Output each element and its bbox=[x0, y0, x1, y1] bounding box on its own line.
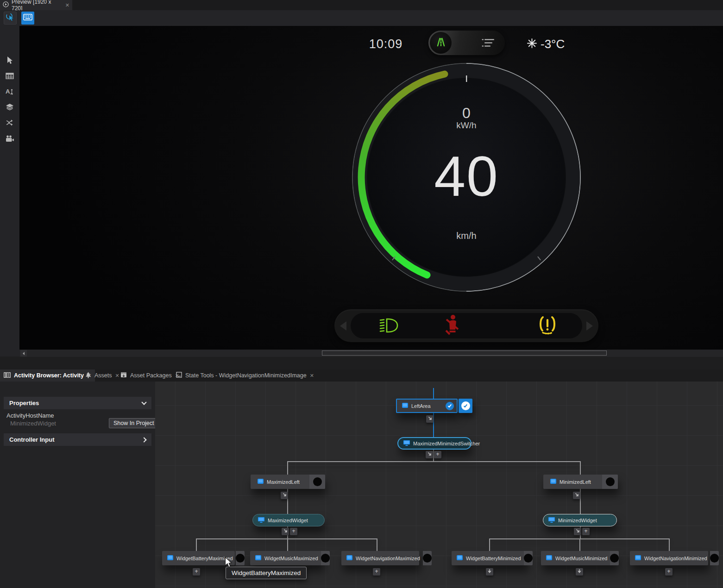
connections-icon[interactable] bbox=[5, 118, 14, 127]
state-toggle[interactable] bbox=[524, 551, 533, 565]
node-label: WidgetMusicMaximized bbox=[264, 556, 318, 561]
preview-viewport[interactable]: 10:09 -3°C bbox=[19, 26, 723, 350]
asset-package-icon bbox=[120, 372, 127, 379]
node-maximized-left[interactable]: MaximizedLeft bbox=[251, 475, 325, 489]
state-toggle[interactable] bbox=[423, 551, 432, 565]
close-icon[interactable]: ✕ bbox=[65, 2, 69, 8]
node-minimized-left[interactable]: MinimizedLeft bbox=[543, 475, 618, 489]
camera-icon[interactable] bbox=[5, 134, 14, 143]
temperature-readout: -3°C bbox=[527, 37, 565, 51]
monitor-icon bbox=[403, 440, 410, 447]
pointer-click-icon bbox=[6, 13, 15, 24]
assets-tree-icon bbox=[85, 372, 91, 380]
prev-arrow-icon[interactable] bbox=[340, 321, 346, 331]
collapse-button[interactable] bbox=[573, 492, 580, 499]
mouse-cursor bbox=[225, 557, 233, 570]
collapse-button[interactable] bbox=[426, 451, 433, 458]
widget-icon bbox=[255, 555, 262, 562]
state-toggle[interactable] bbox=[610, 551, 619, 565]
state-toggle[interactable] bbox=[321, 551, 330, 565]
tab-preview[interactable]: Preview [1920 x 720] ✕ bbox=[0, 0, 72, 10]
speed-unit: km/h bbox=[397, 231, 536, 241]
tab-label: Asset Packages bbox=[130, 372, 172, 379]
preview-hscrollbar[interactable] bbox=[19, 350, 723, 357]
state-indicator-dot bbox=[423, 554, 432, 563]
state-toggle[interactable] bbox=[710, 551, 719, 565]
svg-text:A: A bbox=[6, 88, 10, 95]
node-widget-navigation-minimized[interactable]: WidgetNavigationMinimized bbox=[630, 551, 708, 565]
grid-table-icon[interactable] bbox=[5, 71, 14, 81]
add-button[interactable]: + bbox=[373, 568, 380, 575]
node-maximized-minimized-switcher[interactable]: MaximizedMinimizedSwitcher bbox=[397, 437, 472, 450]
layers-icon[interactable] bbox=[5, 102, 14, 112]
node-label: LeftArea bbox=[411, 403, 431, 409]
close-icon[interactable]: ✕ bbox=[310, 373, 314, 379]
select-arrow-icon[interactable] bbox=[5, 56, 14, 65]
connector-line bbox=[287, 461, 581, 462]
collapse-button[interactable] bbox=[282, 528, 289, 535]
speed-value: 40 bbox=[397, 144, 536, 209]
checked-state-icon[interactable] bbox=[446, 402, 454, 410]
node-widget-music-minimized[interactable]: WidgetMusicMinimized bbox=[541, 551, 617, 565]
connector-line bbox=[287, 538, 288, 551]
headlight-beam-icon bbox=[379, 318, 400, 335]
controller-input-title: Controller Input bbox=[9, 436, 55, 443]
tab-activity-browser[interactable]: Activity Browser: Activity ✕ bbox=[0, 369, 95, 382]
show-in-project-button[interactable]: Show In Project bbox=[109, 418, 159, 428]
node-label: MaximizedLeft bbox=[267, 479, 300, 485]
check-circle-icon bbox=[461, 401, 470, 410]
add-button[interactable]: + bbox=[193, 568, 200, 575]
preview-toolbar bbox=[0, 10, 723, 26]
collapse-button[interactable] bbox=[281, 492, 288, 499]
move-down-button[interactable] bbox=[576, 568, 583, 575]
next-arrow-icon[interactable] bbox=[586, 321, 593, 331]
scroll-left-button[interactable] bbox=[20, 350, 27, 357]
connector-line bbox=[580, 461, 581, 475]
toggle-knob[interactable] bbox=[430, 32, 452, 54]
state-toggle[interactable] bbox=[309, 475, 325, 489]
state-tools-icon bbox=[176, 372, 182, 379]
tire-pressure-warning-icon bbox=[537, 315, 558, 338]
connector-line bbox=[433, 388, 434, 438]
widget-icon bbox=[167, 555, 174, 562]
left-area-apply-button[interactable] bbox=[459, 399, 472, 413]
connector-line bbox=[579, 538, 580, 551]
node-widget-battery-maximized[interactable]: WidgetBatteryMaximized bbox=[162, 551, 235, 565]
connector-line bbox=[377, 538, 377, 551]
add-button[interactable]: + bbox=[290, 528, 297, 535]
drive-mode-toggle[interactable] bbox=[428, 31, 505, 55]
gauge-top-tick bbox=[466, 75, 467, 82]
node-widget-navigation-maximized[interactable]: WidgetNavigationMaximized bbox=[341, 551, 419, 565]
state-toggle[interactable] bbox=[236, 551, 245, 565]
tab-state-tools[interactable]: State Tools - WidgetNavigationMinimizedI… bbox=[172, 369, 318, 382]
collapse-button[interactable] bbox=[426, 415, 434, 423]
connector-line bbox=[669, 538, 670, 551]
activity-node-graph[interactable]: LeftArea MaximizedMinimizedSwitcher + Ma… bbox=[155, 382, 723, 588]
text-style-icon[interactable]: A bbox=[5, 87, 14, 96]
add-button[interactable]: + bbox=[582, 528, 590, 535]
node-label: WidgetBatteryMinimized bbox=[466, 556, 521, 561]
collapse-button[interactable] bbox=[574, 528, 581, 535]
node-minimized-widget[interactable]: MinimizedWidget bbox=[543, 514, 617, 526]
add-button[interactable]: + bbox=[665, 568, 673, 575]
state-toggle[interactable] bbox=[602, 475, 618, 489]
state-indicator-dot bbox=[236, 554, 245, 563]
move-down-button[interactable] bbox=[486, 568, 493, 575]
power-unit: kW/h bbox=[397, 120, 536, 131]
widget-icon bbox=[402, 402, 409, 409]
scrollbar-thumb[interactable] bbox=[322, 350, 607, 356]
node-maximized-widget[interactable]: MaximizedWidget bbox=[252, 514, 325, 526]
activity-host-name-value: MinimizedWidget bbox=[10, 420, 56, 427]
keyboard-tool-button[interactable] bbox=[21, 12, 34, 25]
widget-icon bbox=[346, 555, 353, 562]
properties-header[interactable]: Properties bbox=[4, 397, 151, 409]
tab-label: Activity Browser: Activity bbox=[14, 372, 84, 379]
node-left-area[interactable]: LeftArea bbox=[396, 399, 458, 413]
add-button[interactable]: + bbox=[434, 451, 441, 458]
node-label: MinimizedWidget bbox=[558, 518, 597, 523]
node-widget-music-maximized[interactable]: WidgetMusicMaximized bbox=[250, 551, 323, 565]
controller-input-header[interactable]: Controller Input bbox=[4, 433, 151, 446]
menu-list-icon bbox=[482, 38, 495, 49]
node-widget-battery-minimized[interactable]: WidgetBatteryMinimized bbox=[452, 551, 528, 565]
pointer-tool-button[interactable] bbox=[4, 12, 17, 25]
